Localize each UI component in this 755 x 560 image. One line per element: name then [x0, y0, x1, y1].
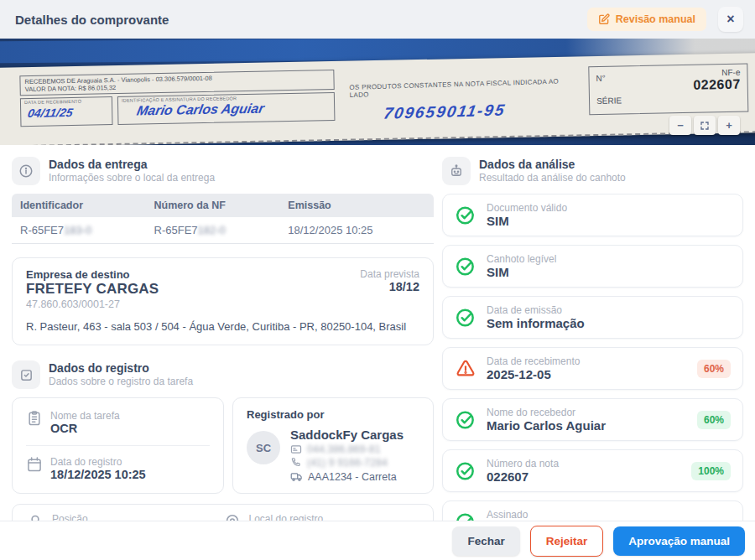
task-name-label: Nome da tarefa	[50, 410, 120, 422]
delivery-section-subtitle: Informações sobre o local da entrega	[49, 172, 215, 184]
modal-header: Detalhes do comprovante Revisão manual ×	[0, 0, 755, 39]
check-circle-icon	[455, 460, 476, 482]
info-circle-icon	[12, 157, 40, 185]
analysis-item: AssinadoSim	[442, 500, 743, 521]
analysis-item: Canhoto legívelSIM	[442, 245, 743, 288]
registered-by-card: Registrado por SC SaddockFy Cargas 044.3…	[232, 397, 434, 494]
map-pin-icon	[223, 513, 242, 521]
zoom-out-icon: −	[677, 119, 684, 132]
analysis-item-label: Data de emissão	[487, 304, 731, 316]
register-location-label: Local do registro	[249, 513, 344, 521]
company-cnpj: 47.860.603/0001-27	[26, 298, 419, 310]
id-card-icon	[290, 443, 302, 455]
col-identificador: Identificador	[12, 194, 146, 217]
expected-date-label: Data prevista	[360, 268, 419, 280]
table-row: R-65FE7183-0 R-65FE7182-0 18/12/2025 10:…	[12, 217, 434, 244]
analysis-section-title: Dados da análise	[479, 157, 626, 172]
analysis-item-value: SIM	[487, 265, 731, 279]
receipt-paper: RECEBEMOS DE Araguaia S.A. - Vianopolis …	[0, 53, 755, 145]
close-button[interactable]: ×	[718, 7, 743, 32]
registered-by-name: SaddockFy Cargas	[290, 428, 404, 442]
analysis-section-subtitle: Resultado da análise do canhoto	[479, 172, 626, 184]
expected-date-value: 18/12	[360, 280, 419, 293]
destination-company-card: Empresa de destino FRETEFY CARGAS 47.860…	[12, 257, 434, 345]
confidence-badge: 60%	[697, 411, 731, 429]
registro-section-subtitle: Dados sobre o registro da tarefa	[49, 376, 193, 387]
delivery-section-title: Dados da entrega	[49, 157, 215, 172]
register-date-label: Data do registro	[50, 456, 146, 468]
registro-section-header: Dados do registro Dados sobre o registro…	[12, 360, 434, 389]
redacted-text: 182-0	[198, 224, 226, 236]
analysis-item-label: Data de recebimento	[487, 355, 687, 367]
check-circle-icon	[455, 409, 476, 431]
receipt-serie-label: SÉRIE	[596, 96, 643, 106]
task-name-value: OCR	[50, 422, 120, 435]
receipt-numero-label: N°	[596, 73, 643, 83]
task-card: Nome da tarefa OCR Data do registro 18/1…	[12, 397, 224, 494]
receipt-signature-handwriting: Mario Carlos Aguiar	[135, 100, 331, 119]
vehicle-plate: AAA1234 - Carreta	[308, 471, 397, 483]
delivery-section-header: Dados da entrega Informações sobre o loc…	[12, 157, 434, 185]
confidence-badge: 100%	[691, 462, 731, 480]
checkbox-icon	[12, 360, 40, 389]
analysis-item-value: Mario Carlos Aguiar	[487, 418, 687, 433]
check-circle-icon	[455, 307, 476, 329]
position-person-icon	[26, 513, 44, 521]
position-label: Posição	[52, 513, 147, 521]
avatar: SC	[247, 431, 280, 464]
confidence-badge: 60%	[697, 360, 731, 378]
check-circle-icon	[455, 256, 476, 277]
registro-section-title: Dados do registro	[49, 360, 193, 376]
analysis-item: Número da nota022607100%	[442, 449, 743, 492]
check-circle-icon	[455, 205, 476, 226]
position-card: Posição Não identificado Local do regist…	[12, 504, 434, 521]
truck-icon	[290, 470, 303, 483]
receipt-nfe-number: 022607	[643, 77, 741, 94]
analysis-item: Data de recebimento2025-12-0560%	[442, 347, 743, 390]
receipt-date-handwriting: 04/11/25	[27, 105, 110, 120]
col-numero-nf: Número da NF	[146, 194, 280, 217]
analysis-item-label: Nome do recebedor	[487, 407, 687, 418]
manual-review-button[interactable]: Revisão manual	[587, 8, 706, 31]
calendar-icon	[26, 456, 43, 473]
receipt-date-label: DATA DE RECEBIMENTO	[24, 98, 108, 105]
analysis-item-label: Canhoto legível	[487, 253, 731, 265]
analysis-item: Documento válidoSIM	[442, 194, 743, 236]
close-icon: ×	[726, 12, 734, 26]
clipboard-icon	[26, 410, 43, 427]
footer-actions: Fechar Rejeitar Aprovação manual	[0, 521, 755, 560]
receipt-number-handwriting: 709659011-95	[382, 99, 575, 123]
manual-approval-button[interactable]: Aprovação manual	[613, 526, 745, 556]
cell-identificador: R-65FE7183-0	[12, 217, 146, 244]
redacted-text: 183-0	[64, 224, 91, 236]
reject-button[interactable]: Rejeitar	[530, 526, 604, 557]
receipt-image-viewer[interactable]: RECEBEMOS DE Araguaia S.A. - Vianopolis …	[0, 39, 755, 145]
analysis-item: Nome do recebedorMario Carlos Aguiar60%	[442, 398, 743, 441]
analysis-item-label: Assinado	[487, 509, 731, 521]
check-circle-icon	[455, 511, 476, 521]
phone-icon	[290, 457, 302, 469]
zoom-fit-icon	[700, 121, 710, 131]
zoom-controls: − +	[669, 116, 740, 135]
close-modal-button[interactable]: Fechar	[452, 526, 519, 556]
analysis-section-header: Dados da análise Resultado da análise do…	[442, 157, 743, 185]
analysis-item: Data de emissãoSem informação	[442, 296, 743, 339]
warning-triangle-icon	[455, 358, 476, 380]
delivery-table: Identificador Número da NF Emissão R-65F…	[12, 194, 434, 244]
zoom-in-icon: +	[726, 119, 732, 132]
cpf-redacted: 044.386.869-81	[307, 443, 381, 455]
cell-emissao: 18/12/2025 10:25	[279, 217, 434, 244]
analysis-result-list: Documento válidoSIMCanhoto legívelSIMDat…	[442, 194, 743, 521]
edit-pencil-icon	[598, 13, 610, 25]
robot-icon	[442, 157, 471, 185]
receipt-products-line: OS PRODUTOS CONSTANTES NA NOTA FISCAL IN…	[349, 77, 573, 99]
page-title: Detalhes do comprovante	[15, 13, 587, 27]
zoom-out-button[interactable]: −	[669, 116, 691, 135]
register-date-value: 18/12/2025 10:25	[50, 468, 146, 481]
analysis-item-label: Número da nota	[487, 458, 681, 469]
company-address: R. Pasteur, 463 - sala 503 / 504 - Água …	[26, 320, 419, 333]
registered-by-label: Registrado por	[247, 408, 419, 421]
zoom-in-button[interactable]: +	[718, 116, 740, 135]
zoom-fit-button[interactable]	[694, 116, 716, 135]
col-emissao: Emissão	[279, 194, 434, 217]
